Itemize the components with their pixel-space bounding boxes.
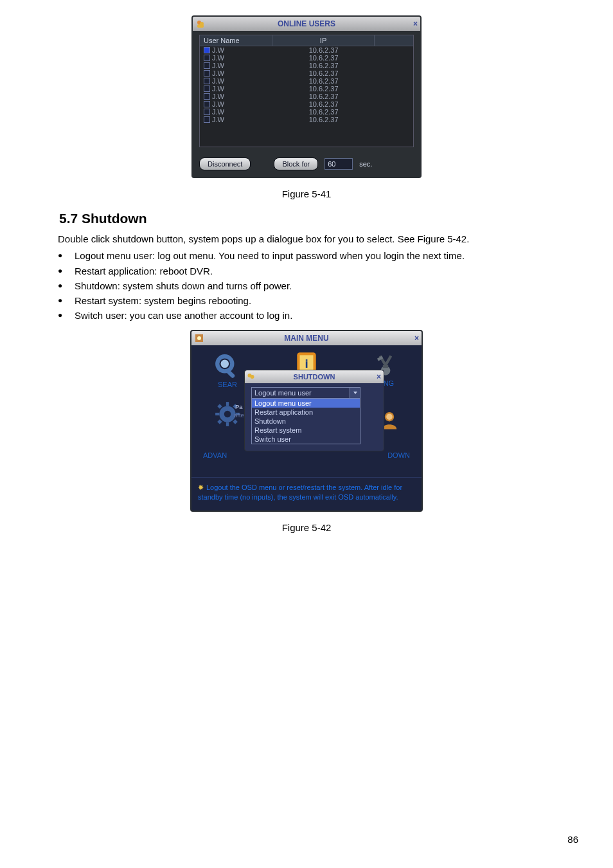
- partial-label-pa: Pa: [235, 403, 243, 410]
- svg-point-29: [251, 375, 254, 379]
- tip-content: Logout the OSD menu or reset/restart the…: [198, 484, 402, 502]
- bulb-icon: ✸: [198, 484, 204, 491]
- checkbox[interactable]: [204, 70, 210, 77]
- shutdown-title: SHUTDOWN: [294, 373, 335, 381]
- col-username: User Name: [200, 35, 272, 46]
- svg-point-17: [224, 410, 231, 417]
- bullet-list: ●Logout menu user: log out menu. You nee…: [58, 248, 555, 323]
- checkbox[interactable]: [204, 47, 210, 53]
- col-ip: IP: [272, 35, 375, 46]
- cell-username: J.W: [212, 62, 224, 69]
- figure-1-caption: Figure 5-41: [0, 188, 613, 199]
- search-label: SEAR: [218, 381, 237, 388]
- cell-ip: 10.6.2.37: [309, 93, 339, 100]
- cell-username: J.W: [212, 77, 224, 85]
- svg-rect-25: [233, 419, 237, 424]
- dialog-titlebar: MAIN MENU ×: [191, 331, 422, 345]
- shutdown-icon: [247, 372, 256, 381]
- figure-2-caption: Figure 5-42: [0, 522, 613, 533]
- tip-text: ✸Logout the OSD menu or reset/restart th…: [191, 477, 422, 511]
- block-seconds-input[interactable]: 60: [324, 158, 353, 170]
- svg-rect-19: [226, 422, 229, 426]
- dropdown-option[interactable]: Restart application: [252, 408, 360, 417]
- dropdown-option[interactable]: Switch user: [252, 435, 360, 444]
- cell-username: J.W: [212, 54, 224, 62]
- table-row[interactable]: J.W10.6.2.37: [200, 108, 413, 116]
- section-paragraph: Double click shutdown button, system pop…: [58, 233, 555, 246]
- table-row[interactable]: J.W10.6.2.37: [200, 116, 413, 123]
- shutdown-label: DOWN: [387, 451, 410, 459]
- dialog-footer: Disconnect Block for 60 sec.: [193, 154, 420, 177]
- cell-ip: 10.6.2.37: [309, 85, 339, 93]
- checkbox[interactable]: [204, 109, 210, 115]
- search-icon[interactable]: SEAR: [208, 353, 247, 388]
- figure-1-container: ONLINE USERS × User Name IP J.W10.6.2.37…: [0, 15, 613, 199]
- cell-ip: 10.6.2.37: [309, 54, 339, 62]
- cell-username: J.W: [212, 108, 224, 116]
- table-row[interactable]: J.W10.6.2.37: [200, 85, 413, 93]
- checkbox[interactable]: [204, 55, 210, 61]
- svg-point-7: [221, 359, 229, 368]
- dropdown-option[interactable]: Logout menu user: [252, 399, 360, 408]
- checkbox[interactable]: [204, 86, 210, 92]
- dropdown-option[interactable]: Restart system: [252, 426, 360, 435]
- block-for-button[interactable]: Block for: [274, 158, 318, 170]
- list-item: ●Logout menu user: log out menu. You nee…: [58, 248, 555, 263]
- table-row[interactable]: J.W10.6.2.37: [200, 77, 413, 85]
- close-icon[interactable]: ×: [414, 334, 419, 343]
- list-item: ●Shutdown: system shuts down and turns o…: [58, 278, 555, 293]
- partial-label-afte: afte: [234, 411, 244, 419]
- col-empty: [375, 35, 413, 46]
- section-heading: 5.7 Shutdown: [59, 211, 613, 226]
- cell-username: J.W: [212, 69, 224, 77]
- disconnect-button[interactable]: Disconnect: [199, 158, 251, 170]
- cell-ip: 10.6.2.37: [309, 108, 339, 116]
- dialog-title: MAIN MENU: [284, 334, 328, 343]
- svg-rect-18: [226, 402, 229, 406]
- checkbox[interactable]: [204, 93, 210, 100]
- checkbox[interactable]: [204, 101, 210, 107]
- dialog-titlebar: ONLINE USERS ×: [193, 17, 420, 31]
- table-row[interactable]: J.W10.6.2.37: [200, 62, 413, 69]
- svg-rect-2: [197, 24, 204, 28]
- cell-ip: 10.6.2.37: [309, 69, 339, 77]
- cell-username: J.W: [212, 85, 224, 93]
- cell-ip: 10.6.2.37: [309, 77, 339, 85]
- checkbox[interactable]: [204, 116, 210, 123]
- users-icon: [195, 19, 206, 29]
- main-menu-dialog: MAIN MENU × SEAR i TING ADVAN DOW: [190, 330, 423, 512]
- svg-rect-14: [383, 365, 388, 368]
- dialog-title: ONLINE USERS: [278, 19, 335, 28]
- close-icon[interactable]: ×: [377, 372, 381, 381]
- cell-username: J.W: [212, 116, 224, 123]
- table-row[interactable]: J.W10.6.2.37: [200, 93, 413, 100]
- checkbox[interactable]: [204, 62, 210, 69]
- svg-text:i: i: [305, 357, 308, 370]
- table-row[interactable]: J.W10.6.2.37: [200, 69, 413, 77]
- page-number: 86: [567, 834, 578, 845]
- cell-ip: 10.6.2.37: [309, 100, 339, 108]
- cell-ip: 10.6.2.37: [309, 116, 339, 123]
- svg-point-27: [386, 413, 393, 420]
- svg-rect-22: [217, 404, 222, 408]
- list-item: ●Switch user: you can use another accoun…: [58, 308, 555, 323]
- cell-ip: 10.6.2.37: [309, 46, 339, 54]
- seconds-label: sec.: [359, 160, 372, 168]
- table-row[interactable]: J.W10.6.2.37: [200, 46, 413, 54]
- shutdown-titlebar: SHUTDOWN ×: [245, 370, 384, 383]
- shutdown-dropdown[interactable]: Logout menu userRestart applicationShutd…: [251, 399, 360, 444]
- table-row[interactable]: J.W10.6.2.37: [200, 100, 413, 108]
- table-row[interactable]: J.W10.6.2.37: [200, 54, 413, 62]
- svg-rect-24: [217, 419, 222, 424]
- shutdown-dialog: SHUTDOWN × Logout menu user Logout menu …: [244, 370, 384, 451]
- dialog-body: SEAR i TING ADVAN DOWN Pa afte u: [191, 345, 422, 477]
- chevron-down-icon[interactable]: [350, 388, 360, 398]
- cell-username: J.W: [212, 46, 224, 54]
- cell-username: J.W: [212, 100, 224, 108]
- checkbox[interactable]: [204, 78, 210, 84]
- shutdown-combo[interactable]: Logout menu user: [251, 387, 360, 399]
- close-icon[interactable]: ×: [413, 19, 418, 28]
- dropdown-option[interactable]: Shutdown: [252, 417, 360, 426]
- combo-selected-value: Logout menu user: [254, 389, 312, 397]
- list-item: ●Restart application: reboot DVR.: [58, 264, 555, 278]
